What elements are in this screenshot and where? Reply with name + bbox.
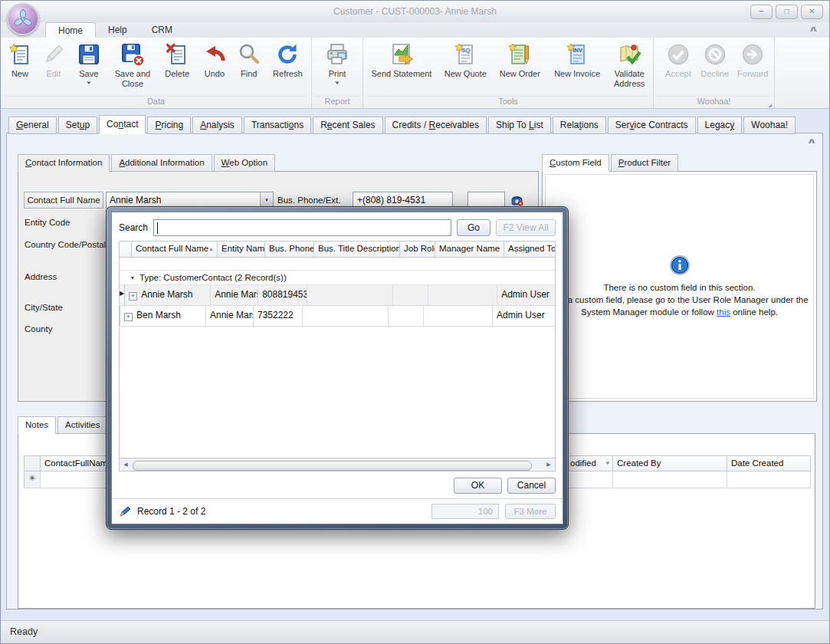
tab-legacy[interactable]: Legacy — [697, 117, 743, 134]
filter-arrow-icon[interactable]: ▼ — [605, 461, 612, 465]
new-invoice-icon: INV — [565, 42, 589, 67]
decline-button[interactable]: Decline — [697, 41, 733, 80]
address-label: Address — [25, 272, 57, 281]
expand-row-icon[interactable]: + — [124, 313, 133, 321]
notes-col-created-by[interactable]: Created By — [613, 455, 727, 472]
tab-transactions[interactable]: Transactions — [244, 117, 311, 134]
phone-icon[interactable] — [510, 193, 523, 206]
tab-analysis[interactable]: Analysis — [192, 117, 242, 134]
print-dropdown-icon[interactable]: ▼ — [334, 80, 341, 86]
col-bus-title-description[interactable]: Bus. Title Description — [314, 242, 400, 258]
contact-lookup-dialog: Search Go F2 View All Contact Full Name▲… — [106, 206, 569, 530]
horizontal-scrollbar[interactable]: ◀ ▶ — [119, 458, 556, 472]
tab-activities[interactable]: Activities — [57, 416, 107, 434]
scrollbar-thumb[interactable] — [133, 461, 532, 471]
more-button[interactable]: F3 More — [505, 504, 556, 519]
maximize-button[interactable]: □ — [776, 5, 798, 19]
ok-button[interactable]: OK — [454, 478, 502, 494]
tab-ship-to-list[interactable]: Ship To List — [488, 117, 551, 134]
tab-relations[interactable]: Relations — [553, 117, 606, 134]
record-count: Record 1 - 2 of 2 — [137, 506, 425, 517]
undo-button[interactable]: Undo — [197, 41, 232, 80]
info-icon — [670, 255, 690, 275]
contact-full-name-value: Annie Marsh — [107, 192, 260, 208]
tab-custom-field[interactable]: Custom Field — [542, 154, 609, 172]
print-button[interactable]: Print ▼ — [317, 41, 358, 87]
ribbon-tab-help[interactable]: Help — [96, 22, 139, 38]
tab-additional-information[interactable]: Additional Information — [111, 154, 212, 172]
forward-button[interactable]: Forward — [733, 41, 773, 80]
notes-col-date-created[interactable]: Date Created — [727, 455, 811, 472]
group-row[interactable]: ▾ Type: CustomerContact (2 Record(s)) — [120, 271, 555, 285]
go-button[interactable]: Go — [457, 219, 490, 236]
tab-pricing[interactable]: Pricing — [147, 117, 191, 134]
current-row-icon: ▶ — [120, 285, 125, 305]
expand-row-icon[interactable]: + — [129, 292, 137, 301]
group-collapse-icon[interactable]: ▾ — [131, 274, 134, 281]
online-help-link[interactable]: this — [717, 307, 730, 317]
tab-woohaa[interactable]: Woohaa! — [743, 117, 796, 134]
col-contact-full-name[interactable]: Contact Full Name▲ — [132, 242, 218, 258]
tab-credits-receivables[interactable]: Credits / Receivables — [385, 117, 487, 134]
tab-general[interactable]: General — [8, 117, 57, 134]
tab-setup[interactable]: Setup — [58, 117, 97, 134]
notes-col-modified[interactable]: odified▼ — [566, 455, 613, 472]
ribbon-tab-crm[interactable]: CRM — [139, 22, 185, 38]
new-quote-button[interactable]: SQ New Quote — [438, 41, 493, 80]
scroll-up-icon[interactable]: ∧ — [806, 136, 817, 145]
col-job-role[interactable]: Job Role — [400, 242, 435, 258]
dialog-launcher-icon[interactable]: ◢ — [768, 102, 772, 107]
tab-contact[interactable]: Contact — [99, 115, 146, 134]
save-dropdown-icon[interactable]: ▼ — [85, 80, 92, 86]
table-row[interactable]: +Ben Marsh Annie Marsh 7352222 Admin Use… — [120, 306, 555, 327]
edit-button[interactable]: Edit — [38, 41, 70, 80]
new-button[interactable]: New — [2, 41, 38, 80]
page-size-field[interactable] — [431, 504, 499, 519]
tab-contact-information[interactable]: Contact Information — [18, 154, 110, 172]
ribbon-collapse-icon[interactable]: ∧ — [808, 24, 819, 34]
tab-notes[interactable]: Notes — [18, 416, 56, 434]
send-statement-icon — [389, 42, 414, 67]
validate-address-icon — [617, 42, 641, 67]
tab-product-filter[interactable]: Product Filter — [611, 154, 678, 172]
contact-full-name-label[interactable]: Contact Full Name — [24, 192, 103, 209]
accept-button[interactable]: Accept — [660, 41, 697, 80]
table-row[interactable]: ▶ +Annie Marsh Annie Marsh 8088194531 Ad… — [120, 285, 555, 306]
sort-asc-icon: ▲ — [208, 246, 214, 251]
cancel-button[interactable]: Cancel — [507, 478, 556, 494]
search-input[interactable] — [153, 219, 451, 236]
group-label-data: Data — [5, 96, 307, 108]
scroll-left-icon[interactable]: ◀ — [120, 462, 132, 468]
col-manager-name[interactable]: Manager Name — [435, 242, 504, 258]
tab-recent-sales[interactable]: Recent Sales — [313, 117, 382, 134]
col-bus-phone[interactable]: Bus. Phone — [265, 242, 314, 258]
title-bar: Customer - CUST-000003- Annie Marsh — [1, 1, 829, 22]
ribbon-group-tools: Send Statement SQ New Quote New Order IN… — [363, 38, 654, 108]
minimize-button[interactable]: ‒ — [750, 5, 773, 19]
scroll-right-icon[interactable]: ▶ — [543, 462, 555, 468]
chevron-down-icon[interactable]: ▼ — [260, 192, 273, 208]
col-assigned-to[interactable]: Assigned To — [504, 242, 555, 258]
tab-web-option[interactable]: Web Option — [214, 154, 276, 172]
delete-button[interactable]: Delete — [157, 41, 197, 80]
send-statement-button[interactable]: Send Statement — [365, 41, 438, 80]
save-button[interactable]: Save ▼ — [70, 41, 108, 87]
save-and-close-button[interactable]: Save and Close — [108, 41, 158, 90]
app-logo-button[interactable] — [7, 3, 39, 35]
tab-service-contracts[interactable]: Service Contracts — [608, 117, 696, 134]
col-entity-name[interactable]: Entity Name — [218, 242, 265, 258]
grid-indicator-header — [120, 242, 132, 258]
new-order-button[interactable]: New Order — [493, 41, 547, 80]
view-all-button[interactable]: F2 View All — [496, 219, 556, 236]
validate-address-button[interactable]: Validate Address — [607, 41, 651, 90]
grid-header-row: Contact Full Name▲ Entity Name Bus. Phon… — [120, 242, 555, 258]
refresh-button[interactable]: Refresh — [266, 41, 310, 80]
refresh-icon — [275, 42, 300, 67]
new-invoice-button[interactable]: INV New Invoice — [547, 41, 608, 80]
find-button[interactable]: Find — [232, 41, 266, 80]
pencil-icon — [41, 42, 66, 67]
close-button[interactable]: ✕ — [801, 5, 823, 19]
notes-row-indicator-header — [24, 455, 41, 472]
ribbon-tab-home[interactable]: Home — [45, 22, 96, 38]
search-input-field[interactable] — [154, 220, 451, 235]
